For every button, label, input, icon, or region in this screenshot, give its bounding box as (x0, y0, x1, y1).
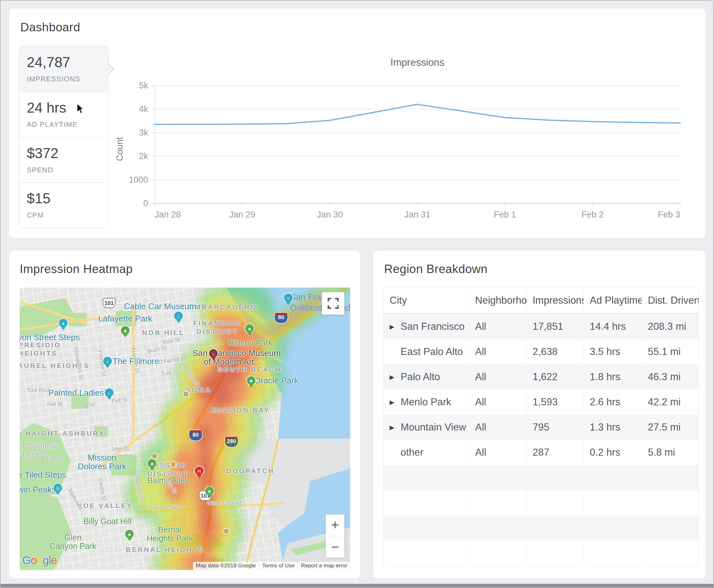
cell-neighborhood: All (469, 440, 527, 465)
highway-shield-101: 101 (103, 298, 115, 308)
table-header-row: CityNeighborhoImpressionsAd PlaytimeDist… (384, 288, 698, 314)
column-header-neighborho[interactable]: Neighborho (469, 288, 527, 313)
park-pin[interactable]: ♣ (148, 459, 156, 468)
map-label-street: Turk Blvd (26, 387, 49, 394)
park-pin[interactable]: ♣ (121, 326, 130, 335)
hospital-pin[interactable]: H (195, 467, 204, 475)
photo-pin[interactable]: ◎ (54, 484, 62, 492)
pin-tail (123, 335, 127, 338)
x-tick-label: Jan 29 (229, 210, 255, 219)
cell-dist_driven: 55.1 mi (642, 339, 698, 364)
cell-neighborhood: All (469, 339, 527, 364)
map-label-district: DOGPATCH (226, 467, 274, 475)
cell-ad_playtime: 1.8 hrs (584, 364, 642, 390)
map-label-district: HAIGHT-ASHBURY (25, 429, 105, 437)
map-data-credit: Map data ©2019 Google (193, 562, 259, 570)
dashboard-card: Dashboard 24,787IMPRESSIONS24 hrsAD PLAY… (9, 8, 706, 238)
park-pin[interactable]: ♣ (125, 530, 134, 539)
pin-tail (127, 538, 132, 541)
x-tick-label: Jan 31 (404, 210, 430, 219)
heatmap-card: Impression Heatmap (9, 250, 360, 579)
terms-of-use-link[interactable]: Terms of Use (259, 562, 297, 570)
map-label-district: NOE VALLEY (77, 502, 133, 509)
park-pin[interactable]: ♣ (205, 487, 214, 496)
zoom-out-button[interactable]: − (326, 536, 344, 558)
x-tick-label: Jan 28 (154, 210, 181, 219)
column-header-city[interactable]: City (384, 288, 469, 313)
impressions-series-line (154, 104, 680, 124)
landmark-pin[interactable]: ⌂ (105, 388, 113, 397)
cell-impressions: 1,593 (527, 390, 584, 415)
city-name: Menlo Park (401, 396, 451, 408)
park-pin[interactable]: ♣ (245, 324, 254, 333)
expand-row-icon[interactable]: ▶ (390, 399, 401, 406)
report-map-error-link[interactable]: Report a map error (298, 562, 350, 570)
cell-city: ▶Mountain View (384, 415, 469, 440)
map-label-muted: of California (20, 442, 58, 450)
table-row[interactable]: ▶Palo AltoAll1,6221.8 hrs46.3 mi (384, 364, 698, 390)
city-name: San Francisco (401, 321, 464, 332)
map-label-park: Glen (65, 533, 82, 542)
google-logo[interactable]: Google (22, 554, 57, 567)
pin-tail (207, 495, 212, 498)
google-logo-letter: e (51, 554, 57, 566)
x-tick-label: Feb 2 (581, 210, 604, 219)
map-label-street: Fell St (47, 401, 63, 407)
map-label-district: SOMA (186, 386, 212, 394)
map-label-park: Billy Goat Hill (84, 517, 132, 526)
park-pin[interactable]: ♣ (247, 376, 256, 385)
table-row[interactable]: otherAll2870.2 hrs5.8 mi (384, 440, 698, 465)
google-logo-letter: g (43, 554, 48, 566)
map-label-street: Cesar Chavez (150, 505, 185, 511)
cell-dist_driven: 208.3 mi (642, 314, 698, 339)
expand-row-icon[interactable]: ▶ (390, 373, 401, 381)
cell-ad_playtime: 1.3 hrs (584, 415, 642, 440)
table-row[interactable]: East Palo AltoAll2,6383.5 hrs55.1 mi (384, 339, 698, 364)
map-label-poi: yon Street Steps (20, 332, 80, 342)
fullscreen-button[interactable] (322, 292, 344, 315)
region-table: CityNeighborhoImpressionsAd PlaytimeDist… (383, 287, 699, 566)
cell-city: ▶Palo Alto (384, 364, 469, 390)
steps-pin[interactable]: ● (59, 319, 68, 328)
table-row[interactable]: ▶Menlo ParkAll1,5932.6 hrs42.2 mi (384, 390, 698, 415)
map-label-water: Oakland (290, 303, 323, 313)
column-header-ad-playtime[interactable]: Ad Playtime (584, 288, 642, 313)
expand-row-icon[interactable]: ▶ (390, 424, 401, 431)
x-tick-label: Feb 1 (494, 210, 516, 219)
cell-impressions: 795 (527, 415, 584, 440)
expand-row-icon[interactable]: ▶ (390, 323, 401, 331)
pin-tail (56, 492, 60, 495)
highway-shield-80: 80 (189, 430, 202, 441)
map-label-district: FINANCIAL (193, 319, 241, 327)
map-label-district: NOB HILL (142, 329, 184, 337)
zoom-in-button[interactable]: + (326, 514, 344, 536)
museum-pin[interactable]: ⌂ (174, 312, 183, 320)
table-row[interactable]: ▶San FranciscoAll17,85114.4 hrs208.3 mi (384, 314, 698, 339)
city-name: Palo Alto (401, 371, 440, 383)
window-bottom-edge (1, 584, 713, 587)
cell-impressions: 2,638 (527, 339, 584, 364)
cell-neighborhood: All (469, 415, 527, 440)
column-header-impressions[interactable]: Impressions (527, 288, 584, 313)
museum-pin[interactable]: ⌂ (209, 349, 218, 358)
column-header-dist-driven[interactable]: Dist. Driven (642, 288, 698, 313)
bridge-pin[interactable]: ≈ (284, 294, 293, 302)
pin-tail (211, 358, 216, 360)
poi-icon (184, 392, 188, 396)
cell-dist_driven: 42.2 mi (642, 390, 698, 415)
map-label-street: 16th St (112, 446, 129, 453)
impression-heat-layer (20, 288, 350, 570)
empty-table-row (384, 516, 698, 541)
table-row[interactable]: ▶Mountain ViewAll7951.3 hrs27.5 mi (384, 415, 698, 440)
map-label-water: id (343, 303, 350, 313)
city-name: other (401, 447, 423, 458)
cell-dist_driven: 27.5 mi (642, 415, 698, 440)
google-logo-letter: G (22, 554, 31, 566)
map-label-park: Heights Park (147, 534, 193, 543)
music-pin[interactable]: ♪ (103, 357, 112, 366)
cell-city: East Palo Alto (384, 339, 469, 364)
cell-dist_driven: 5.8 mi (642, 440, 698, 465)
cell-dist_driven: 46.3 mi (642, 364, 698, 390)
map-label-park: Rincon Park (229, 338, 272, 348)
google-map[interactable]: EMBARCADERONOB HILLFINANCIALDISTRICTPRES… (20, 288, 350, 570)
